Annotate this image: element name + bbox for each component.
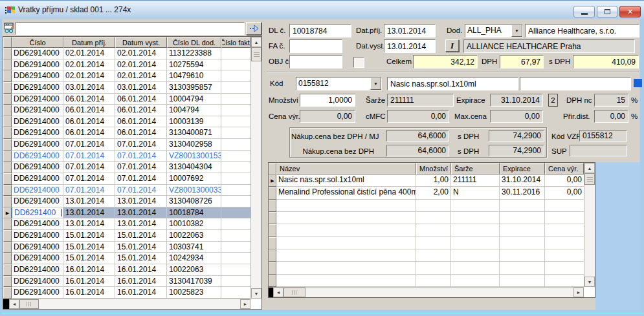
- cell-cislo-fakt: [221, 230, 250, 242]
- scrollbar-track[interactable]: [305, 288, 573, 297]
- cell-nazev: [276, 200, 416, 212]
- scrollbar-thumb[interactable]: [584, 173, 595, 185]
- item-row[interactable]: [269, 262, 584, 274]
- apply-filter-button[interactable]: [246, 22, 261, 35]
- dl-number-input[interactable]: [289, 24, 351, 37]
- close-button[interactable]: ✕: [619, 6, 641, 17]
- cell-cislo-fakt: [221, 48, 250, 59]
- item-row[interactable]: Nasic nas.spr.sol.1x10ml 1,00 211111 31.…: [269, 174, 584, 187]
- scroll-up-button[interactable]: ▲: [251, 37, 261, 47]
- grid-row[interactable]: DD62914000 02.01.2014 02.01.2014 1131223…: [3, 48, 250, 59]
- grid-row[interactable]: DD62914000 06.01.2014 06.01.2014 1000313…: [3, 116, 250, 128]
- window-title: Vratky příjmu / sklad 001 ... 274x: [18, 5, 131, 14]
- grid-row[interactable]: DD62914000 03.01.2014 03.01.2014 3130395…: [3, 82, 250, 94]
- scroll-down-button[interactable]: ▼: [584, 277, 595, 287]
- cell-cislo-dl: 3130417039: [167, 276, 221, 288]
- quantity-input[interactable]: [300, 94, 355, 107]
- grid-row[interactable]: DD62914000 02.01.2014 02.01.2014 1047961…: [3, 70, 250, 82]
- grid-row[interactable]: DD62914000 02.01.2014 02.01.2014 1027559…: [3, 59, 250, 71]
- grid-row[interactable]: DD62914000 13.01.2014 13.01.2014 1001038…: [3, 218, 250, 230]
- cell-cislo: DD62914000: [12, 264, 63, 276]
- date-received-input[interactable]: [384, 24, 436, 37]
- product-code-combo[interactable]: 0155812 ▼: [296, 77, 382, 90]
- item-row[interactable]: [269, 249, 584, 262]
- cell-cislo: DD62914000: [12, 253, 63, 264]
- grid-row[interactable]: DD62914000 07.01.2014 07.01.2014 3130404…: [3, 162, 250, 173]
- scroll-left-button[interactable]: ◄: [9, 299, 19, 309]
- product-name2-input[interactable]: [520, 77, 631, 90]
- cell-cislo: DD62914000: [12, 82, 63, 94]
- grid-row[interactable]: DD62914000 06.01.2014 06.01.2014 1000479…: [3, 94, 250, 105]
- scrollbar-track[interactable]: [39, 299, 240, 309]
- right-margin-filler: [595, 162, 640, 310]
- search-input[interactable]: [16, 22, 245, 35]
- grid-row[interactable]: DD62914000 16.01.2014 16.01.2014 3130417…: [3, 276, 250, 288]
- column-header-cislo-dl: Číslo DL dod.: [167, 37, 221, 48]
- supplier-name-input[interactable]: [525, 24, 639, 37]
- cell-nazev: [276, 224, 416, 237]
- item-row[interactable]: Menalind Professional čistící pěna 400ml…: [269, 187, 584, 199]
- grid-horizontal-scrollbar[interactable]: ◄ ►: [3, 299, 250, 309]
- grid-row[interactable]: DD62914000 16.01.2014 16.01.2014 1002206…: [3, 264, 250, 276]
- grid-row[interactable]: DD62914000 16.01.2014 16.01.2014 1002582…: [3, 287, 250, 299]
- cell-cislo: DD62914000: [12, 48, 63, 59]
- maximize-button[interactable]: [597, 6, 617, 17]
- grid-row[interactable]: DD62914000 13.01.2014 13.01.2014 3130408…: [3, 196, 250, 207]
- scroll-left-button[interactable]: ◄: [273, 288, 283, 297]
- label-s-dph-mj: s DPH: [458, 132, 479, 140]
- scrollbar-thumb[interactable]: [251, 47, 261, 61]
- grid-row[interactable]: DD62914000 07.01.2014 07.01.2014 3130402…: [3, 139, 250, 151]
- scroll-right-button[interactable]: ►: [573, 288, 584, 297]
- product-name-input[interactable]: [387, 77, 518, 90]
- grid-row[interactable]: DD62914000 06.01.2014 06.01.2014 1004794: [3, 105, 250, 116]
- scrollbar-track[interactable]: [584, 185, 595, 277]
- info-button[interactable]: I: [445, 39, 459, 52]
- items-horizontal-scrollbar[interactable]: ◄ ►: [269, 287, 584, 297]
- minimize-button[interactable]: [573, 6, 595, 17]
- item-row[interactable]: [269, 200, 584, 212]
- grid-row[interactable]: DD62914000 06.01.2014 06.01.2014 3130400…: [3, 127, 250, 139]
- grid-row[interactable]: DD6291400 13.01.2014 13.01.2014 10018784: [3, 207, 250, 219]
- grid-rows: DD62914000 02.01.2014 02.01.2014 1131223…: [3, 48, 250, 299]
- scrollbar-thumb[interactable]: [283, 288, 305, 297]
- scroll-up-button[interactable]: ▲: [584, 163, 595, 173]
- scroll-down-button[interactable]: ▼: [251, 288, 261, 299]
- cell-nazev: [276, 212, 416, 224]
- item-row[interactable]: [269, 224, 584, 237]
- label-dph-nc: DPH nc: [566, 96, 592, 104]
- item-row[interactable]: [269, 212, 584, 224]
- order-number-input[interactable]: [289, 55, 342, 68]
- supplier-combo[interactable]: ALL_PHA ▼: [465, 24, 523, 37]
- cell-mnozstvi: [416, 249, 451, 262]
- row-gutter: [3, 151, 12, 162]
- grid-row[interactable]: DD62914000 07.01.2014 07.01.2014 VZ80013…: [3, 185, 250, 196]
- chevron-down-icon[interactable]: ▼: [370, 78, 381, 90]
- cell-datum-prij: 07.01.2014: [63, 151, 115, 162]
- scrollbar-track[interactable]: [251, 61, 261, 288]
- cell-mnozstvi: 1,00: [416, 174, 451, 187]
- scrollbar-thumb[interactable]: [19, 299, 39, 309]
- item-row[interactable]: [269, 237, 584, 249]
- chevron-down-icon[interactable]: ▼: [511, 25, 522, 37]
- grid-vertical-scrollbar[interactable]: ▲ ▼: [250, 37, 261, 299]
- date-issued-input[interactable]: [384, 39, 436, 53]
- scroll-right-button[interactable]: ►: [240, 299, 250, 309]
- windows-logo-icon[interactable]: [5, 5, 16, 16]
- cell-cislo-dl: 1004794: [167, 105, 221, 116]
- grid-row[interactable]: DD62914000 07.01.2014 07.01.2014 VZ80013…: [3, 151, 250, 162]
- items-vertical-scrollbar[interactable]: ▲ ▼: [584, 163, 595, 287]
- obj-checkbox[interactable]: [353, 57, 364, 68]
- cell-sarze: [451, 275, 500, 287]
- cell-cislo: DD62914000: [12, 218, 63, 230]
- label-cena-vyr: Cena výr.: [269, 112, 300, 120]
- grid-row[interactable]: DD62914000 15.01.2014 15.01.2014 1024293…: [3, 253, 250, 264]
- grid-row[interactable]: DD62914000 15.01.2014 15.01.2014 1030374…: [3, 242, 250, 253]
- label-sup: SUP: [551, 147, 567, 155]
- item-row[interactable]: [269, 275, 584, 287]
- thumb-grip: [587, 177, 593, 182]
- invoice-number-input[interactable]: [289, 39, 342, 53]
- grid-row[interactable]: DD62914000 07.01.2014 07.01.2014 1000769…: [3, 173, 250, 185]
- cell-datum-vyst: 15.01.2014: [115, 242, 167, 253]
- gutter-header: [3, 37, 12, 48]
- grid-row[interactable]: DD62914000 15.01.2014 15.01.2014 1002206…: [3, 230, 250, 242]
